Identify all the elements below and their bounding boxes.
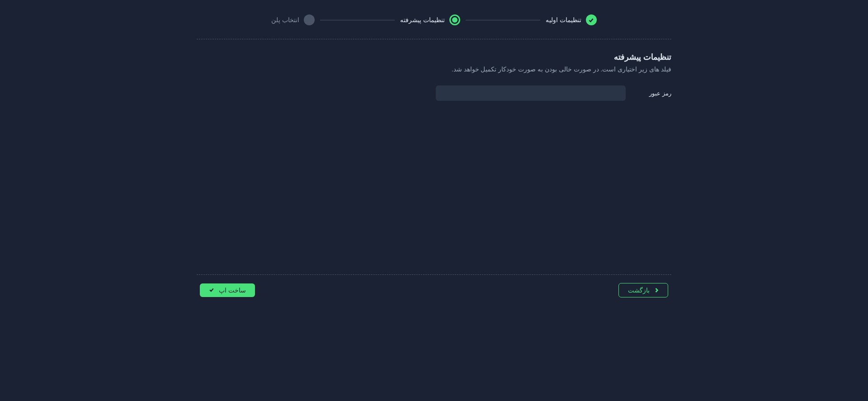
step-choose-plan: انتخاب پلن [271,14,315,25]
step-advanced-settings: تنظیمات پیشرفته [400,14,460,25]
check-icon [586,14,597,25]
footer: بازگشت ساخت اپ [197,275,671,297]
step-connector [320,20,395,20]
create-app-button-label: ساخت اپ [219,287,246,294]
create-app-button[interactable]: ساخت اپ [200,283,255,297]
content-area: تنظیمات پیشرفته فیلد های زیر اختیاری است… [197,39,671,274]
back-button-label: بازگشت [628,287,650,294]
password-input[interactable] [436,85,626,101]
pending-step-icon [304,14,315,25]
step-initial-settings: تنظیمات اولیه [546,14,597,25]
form-row-password: رمز عبور [197,85,671,101]
check-icon [209,287,214,294]
step-connector [466,20,540,20]
back-button[interactable]: بازگشت [618,283,668,297]
chevron-right-icon [654,287,659,294]
step-label: انتخاب پلن [271,16,299,24]
password-label: رمز عبور [649,90,671,97]
step-label: تنظیمات اولیه [546,16,581,24]
active-step-icon [449,14,460,25]
section-description: فیلد های زیر اختیاری است. در صورت خالی ب… [197,66,671,73]
step-label: تنظیمات پیشرفته [400,16,445,24]
section-title: تنظیمات پیشرفته [197,52,671,62]
stepper: تنظیمات اولیه تنظیمات پیشرفته انتخاب پلن [197,9,671,39]
